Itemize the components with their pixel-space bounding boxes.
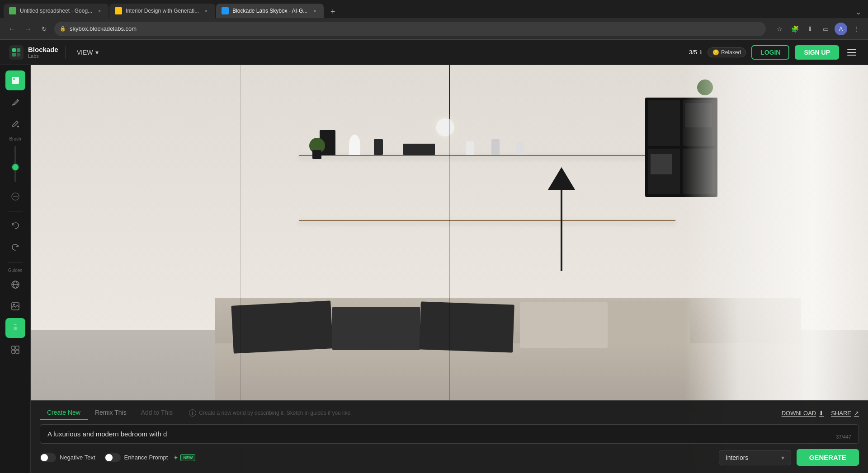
prompt-input[interactable] bbox=[47, 430, 851, 438]
tab-expand-button[interactable]: ⌄ bbox=[852, 5, 864, 18]
svg-point-15 bbox=[14, 327, 17, 330]
bookmark-button[interactable]: ☆ bbox=[773, 23, 786, 35]
guides-label: Guides bbox=[8, 268, 23, 273]
svg-rect-4 bbox=[12, 77, 19, 84]
negative-text-toggle[interactable] bbox=[40, 453, 56, 462]
brush-label: Brush bbox=[9, 136, 21, 141]
tab-2-label: Interior Design with Generati... bbox=[126, 8, 199, 14]
sidebar-button[interactable]: ▭ bbox=[819, 23, 832, 35]
login-button[interactable]: LOGIN bbox=[751, 45, 789, 60]
hamburger-button[interactable] bbox=[844, 47, 859, 58]
enhance-prompt-toggle-group: Enhance Prompt ✦ NEW bbox=[104, 453, 196, 462]
logo-brand: Blockade bbox=[28, 46, 58, 53]
enhance-badge: ✦ NEW bbox=[173, 454, 195, 461]
app-container: Blockade Labs VIEW ▾ 3/5 ℹ 😌 Relaxed LOG… bbox=[0, 40, 868, 473]
view-button[interactable]: VIEW ▾ bbox=[73, 47, 103, 58]
logo-sub: Labs bbox=[28, 53, 58, 59]
share-icon: ↗ bbox=[854, 410, 859, 417]
shelf-2 bbox=[299, 220, 675, 221]
browser-toolbar-right: ☆ 🧩 ⬇ ▭ A ⋮ bbox=[773, 23, 863, 35]
char-count: 37/447 bbox=[836, 434, 851, 440]
browser-chrome: Untitled spreadsheet - Goog... × Interio… bbox=[0, 0, 868, 40]
toolbar-divider-2 bbox=[8, 262, 23, 262]
svg-rect-0 bbox=[12, 48, 16, 52]
address-bar[interactable]: 🔒 skybox.blockadelabs.com bbox=[54, 22, 766, 36]
browser-tabs: Untitled spreadsheet - Goog... × Interio… bbox=[0, 0, 868, 18]
tab-create-new[interactable]: Create New bbox=[40, 406, 88, 420]
tab-1-label: Untitled spreadsheet - Goog... bbox=[20, 8, 92, 14]
brush-size-thumb[interactable] bbox=[12, 164, 19, 170]
generate-button[interactable]: GENERATE bbox=[797, 449, 859, 466]
scene-viewport[interactable]: Create New Remix This Add to This ℹ Crea… bbox=[31, 65, 868, 473]
svg-point-13 bbox=[13, 304, 15, 305]
svg-rect-18 bbox=[12, 350, 15, 353]
svg-rect-16 bbox=[12, 346, 15, 349]
share-label: SHARE bbox=[831, 410, 851, 417]
tab-hint: ℹ Create a new world by describing it. S… bbox=[189, 409, 352, 417]
view-label: VIEW bbox=[77, 49, 93, 56]
grid-button[interactable] bbox=[5, 340, 25, 360]
svg-rect-19 bbox=[16, 350, 19, 353]
hint-info-icon: ℹ bbox=[189, 409, 196, 417]
back-button[interactable]: ← bbox=[5, 23, 18, 35]
tab-2-favicon bbox=[115, 7, 122, 14]
download-link[interactable]: DOWNLOAD ⬇ bbox=[782, 410, 824, 417]
relaxed-label: Relaxed bbox=[721, 49, 741, 56]
svg-rect-1 bbox=[17, 48, 20, 52]
fill-tool-button[interactable] bbox=[5, 114, 25, 134]
tab-1[interactable]: Untitled spreadsheet - Goog... × bbox=[4, 4, 108, 18]
toolbar-divider-1 bbox=[8, 211, 23, 211]
new-badge: NEW bbox=[180, 454, 195, 461]
enhance-prompt-toggle[interactable] bbox=[104, 453, 121, 462]
paint-tool-button[interactable] bbox=[5, 70, 25, 90]
bottom-panel: Create New Remix This Add to This ℹ Crea… bbox=[31, 400, 868, 473]
style-selector: Interiors ▾ GENERATE bbox=[719, 449, 859, 466]
bottom-actions: DOWNLOAD ⬇ SHARE ↗ bbox=[782, 410, 859, 417]
enhance-sparkle-icon: ✦ bbox=[173, 454, 179, 461]
style-dropdown-arrow-icon: ▾ bbox=[781, 454, 784, 461]
tab-add-to-this: Add to This bbox=[134, 406, 180, 420]
tab-3-favicon bbox=[222, 7, 229, 14]
profile-button[interactable]: A bbox=[835, 23, 847, 35]
gen-fraction: 3/5 bbox=[689, 49, 697, 56]
more-button[interactable]: ⋮ bbox=[850, 23, 863, 35]
tab-remix-this[interactable]: Remix This bbox=[88, 406, 134, 420]
photo-button[interactable] bbox=[5, 318, 25, 338]
reload-button[interactable]: ↻ bbox=[38, 23, 51, 35]
negative-text-label: Negative Text bbox=[60, 454, 95, 461]
header-divider bbox=[66, 46, 66, 59]
hamburger-line-3 bbox=[847, 55, 856, 56]
logo-icon bbox=[9, 45, 24, 60]
header-right: 3/5 ℹ 😌 Relaxed LOGIN SIGN UP bbox=[689, 45, 859, 60]
redo-button[interactable] bbox=[5, 238, 25, 258]
enhance-prompt-knob bbox=[105, 454, 113, 461]
pen-tool-button[interactable] bbox=[5, 92, 25, 112]
download-button[interactable]: ⬇ bbox=[804, 23, 816, 35]
brush-size-slider[interactable] bbox=[14, 146, 16, 182]
svg-point-6 bbox=[17, 126, 19, 127]
style-dropdown[interactable]: Interiors ▾ bbox=[719, 450, 791, 465]
bottom-tabs: Create New Remix This Add to This ℹ Crea… bbox=[40, 406, 859, 420]
brush-reset-button[interactable] bbox=[5, 187, 25, 206]
app-header: Blockade Labs VIEW ▾ 3/5 ℹ 😌 Relaxed LOG… bbox=[0, 40, 868, 65]
prompt-input-area: 37/447 bbox=[40, 424, 859, 444]
view-chevron-icon: ▾ bbox=[95, 49, 99, 56]
style-label: Interiors bbox=[726, 454, 749, 461]
gen-info-icon: ℹ bbox=[700, 49, 702, 56]
undo-button[interactable] bbox=[5, 216, 25, 236]
tab-2[interactable]: Interior Design with Generati... × bbox=[109, 4, 215, 18]
new-tab-button[interactable]: + bbox=[326, 5, 339, 18]
share-link[interactable]: SHARE ↗ bbox=[831, 410, 859, 417]
extensions-button[interactable]: 🧩 bbox=[788, 23, 801, 35]
signup-button[interactable]: SIGN UP bbox=[795, 45, 839, 60]
logo-area: Blockade Labs bbox=[9, 45, 58, 60]
globe-button[interactable] bbox=[5, 275, 25, 295]
negative-text-knob bbox=[41, 454, 48, 461]
tab-2-close[interactable]: × bbox=[203, 7, 210, 14]
tab-1-close[interactable]: × bbox=[96, 7, 103, 14]
tab-3[interactable]: Blockade Labs Skybox - AI-G... × bbox=[216, 4, 324, 18]
tab-3-close[interactable]: × bbox=[311, 7, 318, 14]
scene-button[interactable] bbox=[5, 296, 25, 316]
forward-button[interactable]: → bbox=[22, 23, 34, 35]
plant bbox=[307, 139, 327, 159]
